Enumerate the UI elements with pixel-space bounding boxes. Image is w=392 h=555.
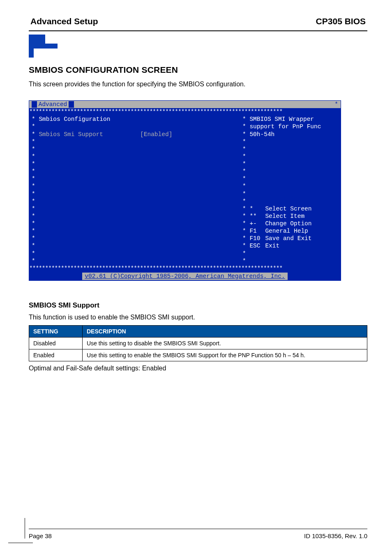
bios-blank: ** xyxy=(29,153,341,160)
star: * xyxy=(242,213,246,220)
star: * xyxy=(32,146,35,153)
brand-logo xyxy=(29,35,367,58)
star: * xyxy=(242,258,246,264)
star: * xyxy=(32,131,35,138)
header-left: Advanced Setup xyxy=(30,16,98,26)
star: * xyxy=(242,116,246,123)
svg-rect-2 xyxy=(29,49,34,58)
bios-blank: ** xyxy=(29,183,341,190)
cell-desc: Use this setting to enable the SMBIOS SM… xyxy=(83,349,367,361)
star: * xyxy=(32,250,35,257)
th-description: DESCRIPTION xyxy=(83,326,367,338)
subsection-heading: SMBIOS SMI Support xyxy=(29,301,367,310)
star: * xyxy=(242,243,246,249)
section-title: SMBIOS CONFIGURATION SCREEN xyxy=(29,65,367,75)
bios-option-value: [Enabled] xyxy=(140,131,172,138)
page-header: Advanced Setup CP305 BIOS xyxy=(29,16,367,29)
bios-help-3: 50h-54h xyxy=(249,131,274,138)
svg-rect-1 xyxy=(29,44,58,49)
star: * xyxy=(32,161,35,167)
nav-label: Exit xyxy=(265,243,279,249)
tab-edge-left xyxy=(32,101,37,108)
star: * xyxy=(32,153,35,160)
bios-divider-bottom: ****************************************… xyxy=(29,265,341,272)
star: * xyxy=(242,228,246,234)
star: * xyxy=(32,123,35,130)
bios-help-2: support for PnP Func xyxy=(249,123,321,130)
bios-nav-save-exit: ** F10Save and Exit xyxy=(29,235,341,242)
star: * xyxy=(32,206,35,212)
star: * xyxy=(242,206,246,212)
nav-label: General Help xyxy=(265,228,308,234)
bios-nav-change-option: ** +-Change Option xyxy=(29,220,341,227)
bios-divider-top: ****************************************… xyxy=(29,108,341,116)
star: * xyxy=(242,191,246,197)
star: * xyxy=(242,235,246,242)
nav-label: Save and Exit xyxy=(265,235,311,242)
th-setting: SETTING xyxy=(29,326,83,338)
default-settings-note: Optimal and Fail-Safe default settings: … xyxy=(29,365,367,372)
bios-tab-advanced: Advanced xyxy=(37,101,69,108)
cell-setting: Enabled xyxy=(29,349,83,361)
table-row: Enabled Use this setting to enable the S… xyxy=(29,349,367,361)
footer-rule xyxy=(29,529,367,530)
nav-key: F1 xyxy=(249,227,265,235)
bios-option-label: Smbios Smi Support xyxy=(39,131,103,138)
star: * xyxy=(242,131,246,138)
star: * xyxy=(242,168,246,175)
star: * xyxy=(32,213,35,220)
star: * xyxy=(242,176,246,182)
star: * xyxy=(242,161,246,167)
star: * xyxy=(32,258,35,264)
star: * xyxy=(32,198,35,205)
nav-key: +- xyxy=(249,220,265,227)
bios-nav-exit: ** ESCExit xyxy=(29,242,341,250)
star: * xyxy=(32,139,35,145)
table-header-row: SETTING DESCRIPTION xyxy=(29,326,367,338)
bios-row-title: * Smbios Configuration * SMBIOS SMI Wrap… xyxy=(29,116,341,123)
star: * xyxy=(32,116,35,123)
intro-text: This screen provides the function for sp… xyxy=(29,81,367,88)
star: * xyxy=(32,168,35,175)
star: * xyxy=(242,198,246,205)
star: * xyxy=(242,146,246,153)
bios-blank: ** xyxy=(29,198,341,205)
star: * xyxy=(32,228,35,234)
svg-rect-0 xyxy=(29,35,45,44)
star: * xyxy=(242,153,246,160)
tab-edge-right xyxy=(69,101,74,108)
bios-blank: ** xyxy=(29,190,341,198)
bios-group-title: Smbios Configuration xyxy=(39,116,110,123)
bios-blank: ** xyxy=(29,146,341,153)
star-pad: * xyxy=(334,101,338,108)
nav-label: Change Option xyxy=(265,220,311,227)
bios-nav-select-item: ** **Select Item xyxy=(29,213,341,220)
bios-tab-bar: Advanced * xyxy=(29,101,341,108)
footer-right: ID 1035-8356, Rev. 1.0 xyxy=(304,532,367,539)
header-right: CP305 BIOS xyxy=(316,16,366,26)
settings-table: SETTING DESCRIPTION Disabled Use this se… xyxy=(29,325,367,361)
bios-screenshot: Advanced * *****************************… xyxy=(29,100,341,281)
table-row: Disabled Use this setting to disable the… xyxy=(29,338,367,349)
cell-setting: Disabled xyxy=(29,338,83,349)
star: * xyxy=(32,235,35,242)
bios-blank: ** xyxy=(29,175,341,183)
star: * xyxy=(32,220,35,227)
star: * xyxy=(32,243,35,249)
bios-nav-select-screen: ** *Select Screen xyxy=(29,205,341,213)
star: * xyxy=(242,183,246,190)
nav-key: F10 xyxy=(249,235,265,242)
star: * xyxy=(242,250,246,257)
cell-desc: Use this setting to disable the SMBIOS S… xyxy=(83,338,367,349)
bios-blank: ** xyxy=(29,168,341,175)
star: * xyxy=(32,191,35,197)
bios-nav-general-help: ** F1General Help xyxy=(29,227,341,235)
bios-blank: ** xyxy=(29,250,341,257)
nav-label: Select Item xyxy=(265,213,304,220)
star: * xyxy=(242,220,246,227)
bios-help-1: SMBIOS SMI Wrapper xyxy=(249,116,314,123)
subsection-text: This function is used to enable the SMBI… xyxy=(29,314,367,321)
nav-key: ESC xyxy=(249,242,265,250)
bios-row-option: * Smbios Smi Support[Enabled] * 50h-54h xyxy=(29,131,341,138)
crop-marks xyxy=(8,518,33,547)
